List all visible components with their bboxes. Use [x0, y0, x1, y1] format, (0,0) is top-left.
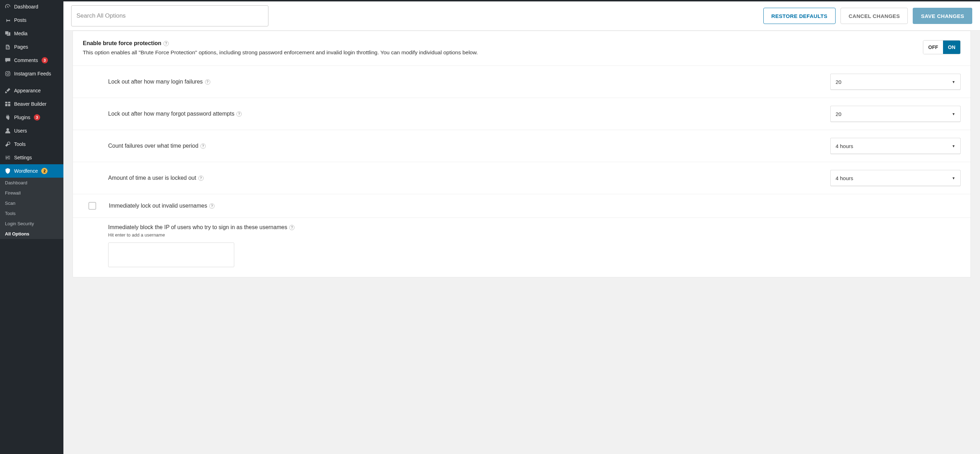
- sidebar-item-wordfence[interactable]: Wordfence 2: [0, 164, 64, 178]
- restore-defaults-button[interactable]: RESTORE DEFAULTS: [764, 8, 835, 24]
- content-area: RESTORE DEFAULTS CANCEL CHANGES SAVE CHA…: [64, 0, 980, 454]
- pages-icon: [4, 43, 11, 50]
- count-failures-select[interactable]: 4 hours ▼: [830, 138, 961, 154]
- help-icon[interactable]: ?: [289, 225, 294, 230]
- option-hint: Hit enter to add a username: [108, 232, 165, 237]
- select-value: 20: [835, 111, 842, 117]
- chevron-down-icon: ▼: [952, 80, 955, 84]
- lockout-duration-select[interactable]: 4 hours ▼: [830, 170, 961, 186]
- sidebar-item-label: Comments: [14, 57, 38, 63]
- help-icon[interactable]: ?: [205, 79, 210, 84]
- comments-badge: 3: [41, 57, 48, 64]
- sidebar-item-label: Settings: [14, 155, 32, 160]
- svg-point-2: [9, 72, 10, 73]
- sidebar-item-dashboard[interactable]: Dashboard: [0, 0, 64, 13]
- select-value: 4 hours: [835, 143, 853, 149]
- option-label: Lock out after how many forgot password …: [108, 111, 234, 117]
- sidebar-item-label: Dashboard: [14, 4, 38, 10]
- comment-icon: [4, 57, 11, 64]
- svg-point-1: [7, 73, 9, 75]
- sidebar-item-pages[interactable]: Pages: [0, 40, 64, 54]
- option-label: Amount of time a user is locked out: [108, 175, 196, 181]
- brush-icon: [4, 87, 11, 94]
- option-label: Immediately lock out invalid usernames: [109, 203, 207, 209]
- chevron-down-icon: ▼: [952, 144, 955, 148]
- sidebar-item-label: Appearance: [14, 88, 41, 93]
- sidebar-item-beaver-builder[interactable]: Beaver Builder: [0, 97, 64, 111]
- option-label: Lock out after how many login failures: [108, 79, 203, 85]
- wrench-icon: [4, 141, 11, 148]
- option-forgot-password-attempts: Lock out after how many forgot password …: [73, 98, 970, 130]
- submenu-scan[interactable]: Scan: [0, 198, 64, 208]
- wordfence-badge: 2: [41, 168, 48, 174]
- option-lockout-duration: Amount of time a user is locked out ? 4 …: [73, 162, 970, 194]
- sliders-icon: [4, 154, 11, 161]
- submenu-dashboard[interactable]: Dashboard: [0, 178, 64, 188]
- cancel-changes-button[interactable]: CANCEL CHANGES: [840, 8, 908, 24]
- option-login-failures: Lock out after how many login failures ?…: [73, 65, 970, 98]
- svg-point-3: [6, 128, 9, 131]
- save-changes-button[interactable]: SAVE CHANGES: [913, 8, 972, 24]
- sidebar-item-media[interactable]: Media: [0, 27, 64, 40]
- sidebar-item-label: Media: [14, 31, 27, 36]
- sidebar-item-label: Users: [14, 128, 27, 134]
- user-icon: [4, 127, 11, 134]
- sidebar-item-label: Instagram Feeds: [14, 71, 51, 76]
- sidebar-item-label: Tools: [14, 141, 26, 147]
- submenu-login-security[interactable]: Login Security: [0, 218, 64, 229]
- sidebar-item-settings[interactable]: Settings: [0, 151, 64, 164]
- login-failures-select[interactable]: 20 ▼: [830, 74, 961, 90]
- section-title: Enable brute force protection: [83, 40, 161, 46]
- shield-icon: [4, 167, 11, 174]
- option-count-failures-period: Count failures over what time period ? 4…: [73, 130, 970, 162]
- select-value: 4 hours: [835, 175, 853, 181]
- search-input[interactable]: [71, 5, 269, 26]
- sidebar-item-posts[interactable]: Posts: [0, 13, 64, 27]
- sidebar-item-label: Posts: [14, 17, 26, 23]
- select-value: 20: [835, 79, 842, 85]
- help-icon[interactable]: ?: [236, 112, 242, 117]
- sidebar-item-comments[interactable]: Comments 3: [0, 54, 64, 67]
- sidebar-item-plugins[interactable]: Plugins 3: [0, 111, 64, 124]
- toggle-off[interactable]: OFF: [923, 41, 943, 54]
- section-description: This option enables all "Brute Force Pro…: [83, 49, 916, 56]
- help-icon[interactable]: ?: [200, 143, 206, 149]
- blocked-usernames-input[interactable]: [108, 242, 234, 267]
- sidebar-item-users[interactable]: Users: [0, 124, 64, 137]
- toggle-on[interactable]: ON: [943, 41, 960, 54]
- forgot-password-select[interactable]: 20 ▼: [830, 106, 961, 122]
- sidebar-item-label: Pages: [14, 44, 28, 50]
- help-icon[interactable]: ?: [164, 41, 169, 46]
- chevron-down-icon: ▼: [952, 112, 955, 116]
- option-label: Count failures over what time period: [108, 143, 198, 149]
- admin-sidebar: Dashboard Posts Media Pages Comments 3 I…: [0, 0, 64, 454]
- sidebar-item-label: Beaver Builder: [14, 101, 46, 107]
- brute-force-panel: Enable brute force protection ? This opt…: [73, 31, 971, 277]
- pin-icon: [4, 17, 11, 24]
- sidebar-item-label: Wordfence: [14, 168, 38, 174]
- submenu-firewall[interactable]: Firewall: [0, 188, 64, 198]
- grid-icon: [4, 100, 11, 108]
- sidebar-item-appearance[interactable]: Appearance: [0, 84, 64, 97]
- submenu-all-options[interactable]: All Options: [0, 229, 64, 239]
- submenu-tools[interactable]: Tools: [0, 208, 64, 218]
- media-icon: [4, 30, 11, 37]
- option-label: Immediately block the IP of users who tr…: [108, 224, 287, 231]
- chevron-down-icon: ▼: [952, 176, 955, 180]
- brute-force-toggle[interactable]: OFF ON: [923, 40, 961, 54]
- wordfence-submenu: Dashboard Firewall Scan Tools Login Secu…: [0, 178, 64, 239]
- sidebar-item-instagram-feeds[interactable]: Instagram Feeds: [0, 67, 64, 80]
- lockout-invalid-usernames-checkbox[interactable]: [88, 202, 96, 210]
- option-lockout-invalid-usernames: Immediately lock out invalid usernames ?: [73, 194, 970, 217]
- option-block-ip-usernames: Immediately block the IP of users who tr…: [73, 217, 970, 277]
- plug-icon: [4, 114, 11, 121]
- gauge-icon: [4, 3, 11, 10]
- options-toolbar: RESTORE DEFAULTS CANCEL CHANGES SAVE CHA…: [64, 2, 980, 31]
- help-icon[interactable]: ?: [209, 203, 215, 209]
- sidebar-item-label: Plugins: [14, 115, 30, 120]
- sidebar-item-tools[interactable]: Tools: [0, 137, 64, 151]
- instagram-icon: [4, 70, 11, 77]
- help-icon[interactable]: ?: [198, 175, 204, 181]
- plugins-badge: 3: [34, 114, 40, 121]
